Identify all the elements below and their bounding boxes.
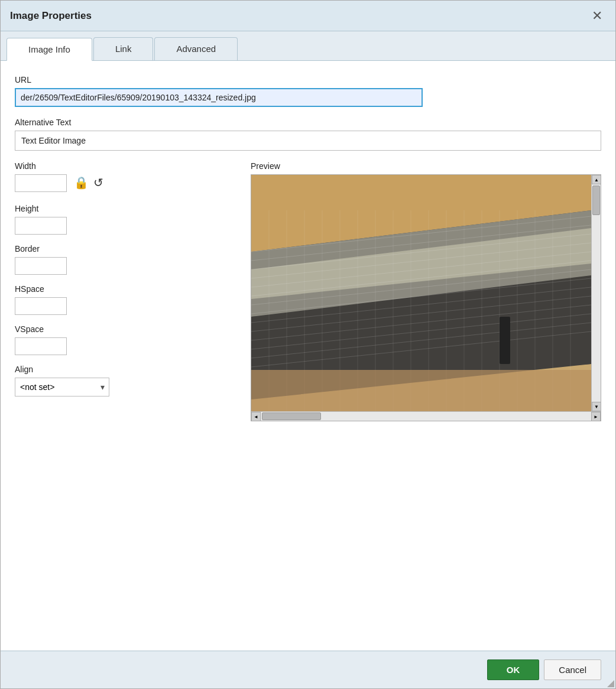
hspace-input[interactable] (15, 297, 67, 315)
width-section: Width 🔒 ↺ (15, 161, 239, 194)
align-label: Align (15, 365, 239, 374)
border-input[interactable] (15, 257, 67, 275)
url-label: URL (15, 75, 601, 84)
hspace-label: HSpace (15, 284, 239, 294)
lock-refresh-icons: 🔒 ↺ (74, 176, 103, 194)
vertical-scrollbar[interactable]: ▲ ▼ (591, 175, 601, 411)
dialog-body: URL Alternative Text Width 🔒 ↺ (1, 61, 615, 651)
preview-content-area: ▲ ▼ (251, 175, 601, 411)
alt-text-label: Alternative Text (15, 118, 601, 127)
resize-handle[interactable] (606, 679, 615, 688)
image-properties-dialog: Image Properties ✕ Image Info Link Advan… (0, 0, 616, 689)
scrollbar-track-vertical (592, 184, 601, 402)
dimensions-col: Width 🔒 ↺ Height Border (15, 161, 251, 641)
url-field-group: URL (15, 75, 601, 107)
ok-button[interactable]: OK (487, 659, 540, 680)
alt-text-field-group: Alternative Text (15, 118, 601, 151)
tab-image-info[interactable]: Image Info (7, 38, 92, 61)
scroll-left-button[interactable]: ◄ (251, 412, 261, 421)
dialog-footer: OK Cancel (1, 651, 615, 688)
svg-rect-39 (251, 370, 591, 411)
align-section: Align <not set> left center right top mi… (15, 365, 239, 396)
dimensions-preview-row: Width 🔒 ↺ Height Border (15, 161, 601, 641)
url-input[interactable] (15, 88, 423, 107)
height-label: Height (15, 204, 239, 213)
scroll-down-button[interactable]: ▼ (592, 402, 601, 411)
border-label: Border (15, 244, 239, 254)
align-select[interactable]: <not set> left center right top middle b… (15, 378, 109, 396)
width-input[interactable] (15, 174, 67, 192)
horizontal-scrollbar[interactable]: ◄ ► (251, 411, 601, 421)
preview-container: ▲ ▼ ◄ ► (251, 174, 601, 421)
align-wrapper: <not set> left center right top middle b… (15, 378, 109, 396)
preview-image-area (251, 175, 591, 411)
height-section: Height (15, 204, 239, 235)
scroll-up-button[interactable]: ▲ (592, 175, 601, 184)
width-label: Width (15, 161, 239, 171)
vspace-input[interactable] (15, 337, 67, 355)
height-input[interactable] (15, 217, 67, 235)
tab-advanced[interactable]: Advanced (154, 37, 238, 60)
hspace-section: HSpace (15, 284, 239, 315)
preview-label: Preview (251, 161, 601, 171)
preview-col: Preview (251, 161, 601, 641)
width-row: 🔒 ↺ (15, 174, 239, 194)
scrollbar-thumb-horizontal[interactable] (262, 412, 321, 420)
alt-text-input[interactable] (15, 131, 601, 151)
border-section: Border (15, 244, 239, 275)
tabs-bar: Image Info Link Advanced (1, 31, 615, 61)
vspace-section: VSpace (15, 324, 239, 355)
close-button[interactable]: ✕ (588, 8, 606, 24)
svg-rect-38 (500, 317, 510, 364)
preview-image-svg (251, 175, 591, 411)
scrollbar-track-horizontal (261, 412, 591, 421)
cancel-button[interactable]: Cancel (544, 659, 601, 680)
tab-link[interactable]: Link (93, 37, 154, 60)
scrollbar-thumb-vertical[interactable] (592, 186, 600, 215)
dialog-titlebar: Image Properties ✕ (1, 1, 615, 31)
refresh-icon[interactable]: ↺ (93, 176, 103, 190)
scroll-right-button[interactable]: ► (591, 412, 601, 421)
vspace-label: VSpace (15, 324, 239, 334)
lock-icon[interactable]: 🔒 (74, 176, 89, 190)
dialog-title: Image Properties (10, 10, 92, 22)
